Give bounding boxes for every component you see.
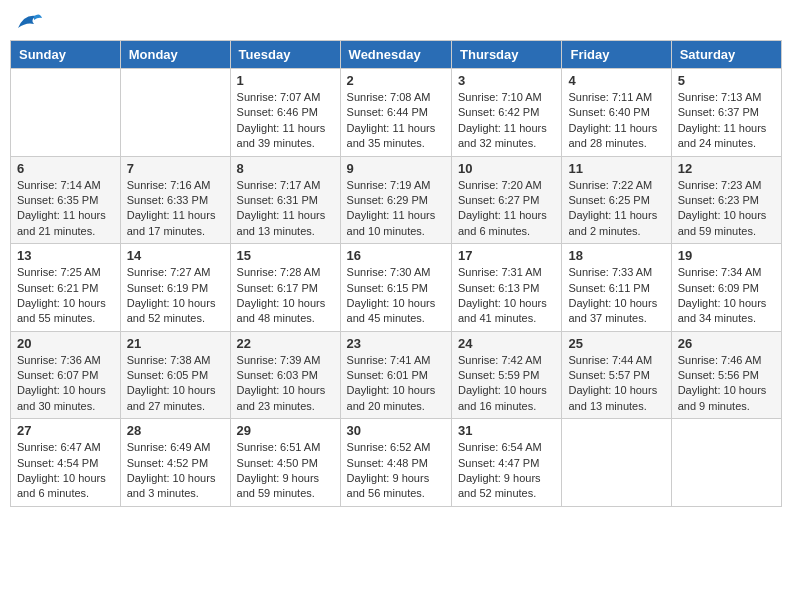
- cell-content: Sunrise: 6:51 AM Sunset: 4:50 PM Dayligh…: [237, 440, 334, 502]
- calendar-cell: 14Sunrise: 7:27 AM Sunset: 6:19 PM Dayli…: [120, 244, 230, 332]
- day-number: 9: [347, 161, 445, 176]
- calendar-cell: 17Sunrise: 7:31 AM Sunset: 6:13 PM Dayli…: [452, 244, 562, 332]
- calendar-cell: 23Sunrise: 7:41 AM Sunset: 6:01 PM Dayli…: [340, 331, 451, 419]
- day-number: 4: [568, 73, 664, 88]
- page-header: [10, 10, 782, 32]
- day-number: 6: [17, 161, 114, 176]
- cell-content: Sunrise: 7:07 AM Sunset: 6:46 PM Dayligh…: [237, 90, 334, 152]
- calendar-cell: 24Sunrise: 7:42 AM Sunset: 5:59 PM Dayli…: [452, 331, 562, 419]
- day-number: 3: [458, 73, 555, 88]
- cell-content: Sunrise: 7:25 AM Sunset: 6:21 PM Dayligh…: [17, 265, 114, 327]
- calendar-cell: 30Sunrise: 6:52 AM Sunset: 4:48 PM Dayli…: [340, 419, 451, 507]
- day-number: 10: [458, 161, 555, 176]
- cell-content: Sunrise: 7:34 AM Sunset: 6:09 PM Dayligh…: [678, 265, 775, 327]
- calendar-cell: 7Sunrise: 7:16 AM Sunset: 6:33 PM Daylig…: [120, 156, 230, 244]
- day-header-thursday: Thursday: [452, 41, 562, 69]
- calendar-cell: 26Sunrise: 7:46 AM Sunset: 5:56 PM Dayli…: [671, 331, 781, 419]
- calendar-cell: [120, 69, 230, 157]
- cell-content: Sunrise: 7:11 AM Sunset: 6:40 PM Dayligh…: [568, 90, 664, 152]
- day-number: 17: [458, 248, 555, 263]
- calendar-cell: 28Sunrise: 6:49 AM Sunset: 4:52 PM Dayli…: [120, 419, 230, 507]
- day-number: 14: [127, 248, 224, 263]
- day-number: 11: [568, 161, 664, 176]
- day-number: 23: [347, 336, 445, 351]
- day-number: 8: [237, 161, 334, 176]
- day-number: 27: [17, 423, 114, 438]
- calendar-cell: 15Sunrise: 7:28 AM Sunset: 6:17 PM Dayli…: [230, 244, 340, 332]
- calendar-cell: [562, 419, 671, 507]
- cell-content: Sunrise: 7:31 AM Sunset: 6:13 PM Dayligh…: [458, 265, 555, 327]
- cell-content: Sunrise: 7:36 AM Sunset: 6:07 PM Dayligh…: [17, 353, 114, 415]
- day-number: 1: [237, 73, 334, 88]
- cell-content: Sunrise: 7:23 AM Sunset: 6:23 PM Dayligh…: [678, 178, 775, 240]
- day-header-saturday: Saturday: [671, 41, 781, 69]
- cell-content: Sunrise: 7:41 AM Sunset: 6:01 PM Dayligh…: [347, 353, 445, 415]
- calendar-cell: 22Sunrise: 7:39 AM Sunset: 6:03 PM Dayli…: [230, 331, 340, 419]
- day-header-sunday: Sunday: [11, 41, 121, 69]
- day-header-tuesday: Tuesday: [230, 41, 340, 69]
- logo-bird-icon: [16, 10, 44, 32]
- day-number: 5: [678, 73, 775, 88]
- calendar-cell: [671, 419, 781, 507]
- day-header-wednesday: Wednesday: [340, 41, 451, 69]
- calendar-cell: 19Sunrise: 7:34 AM Sunset: 6:09 PM Dayli…: [671, 244, 781, 332]
- cell-content: Sunrise: 7:46 AM Sunset: 5:56 PM Dayligh…: [678, 353, 775, 415]
- day-number: 22: [237, 336, 334, 351]
- calendar-cell: 11Sunrise: 7:22 AM Sunset: 6:25 PM Dayli…: [562, 156, 671, 244]
- cell-content: Sunrise: 7:44 AM Sunset: 5:57 PM Dayligh…: [568, 353, 664, 415]
- calendar-cell: 16Sunrise: 7:30 AM Sunset: 6:15 PM Dayli…: [340, 244, 451, 332]
- day-number: 12: [678, 161, 775, 176]
- calendar-cell: 13Sunrise: 7:25 AM Sunset: 6:21 PM Dayli…: [11, 244, 121, 332]
- calendar-cell: 4Sunrise: 7:11 AM Sunset: 6:40 PM Daylig…: [562, 69, 671, 157]
- day-number: 30: [347, 423, 445, 438]
- cell-content: Sunrise: 7:10 AM Sunset: 6:42 PM Dayligh…: [458, 90, 555, 152]
- calendar-cell: 6Sunrise: 7:14 AM Sunset: 6:35 PM Daylig…: [11, 156, 121, 244]
- day-number: 20: [17, 336, 114, 351]
- day-number: 13: [17, 248, 114, 263]
- cell-content: Sunrise: 7:28 AM Sunset: 6:17 PM Dayligh…: [237, 265, 334, 327]
- calendar-cell: 29Sunrise: 6:51 AM Sunset: 4:50 PM Dayli…: [230, 419, 340, 507]
- calendar-cell: 5Sunrise: 7:13 AM Sunset: 6:37 PM Daylig…: [671, 69, 781, 157]
- day-header-friday: Friday: [562, 41, 671, 69]
- day-header-monday: Monday: [120, 41, 230, 69]
- cell-content: Sunrise: 7:33 AM Sunset: 6:11 PM Dayligh…: [568, 265, 664, 327]
- day-number: 29: [237, 423, 334, 438]
- calendar-week-row: 20Sunrise: 7:36 AM Sunset: 6:07 PM Dayli…: [11, 331, 782, 419]
- calendar-cell: 18Sunrise: 7:33 AM Sunset: 6:11 PM Dayli…: [562, 244, 671, 332]
- calendar-cell: 3Sunrise: 7:10 AM Sunset: 6:42 PM Daylig…: [452, 69, 562, 157]
- calendar-cell: 20Sunrise: 7:36 AM Sunset: 6:07 PM Dayli…: [11, 331, 121, 419]
- calendar-cell: 2Sunrise: 7:08 AM Sunset: 6:44 PM Daylig…: [340, 69, 451, 157]
- day-number: 26: [678, 336, 775, 351]
- cell-content: Sunrise: 6:47 AM Sunset: 4:54 PM Dayligh…: [17, 440, 114, 502]
- calendar-cell: 8Sunrise: 7:17 AM Sunset: 6:31 PM Daylig…: [230, 156, 340, 244]
- cell-content: Sunrise: 7:39 AM Sunset: 6:03 PM Dayligh…: [237, 353, 334, 415]
- cell-content: Sunrise: 7:27 AM Sunset: 6:19 PM Dayligh…: [127, 265, 224, 327]
- day-number: 31: [458, 423, 555, 438]
- cell-content: Sunrise: 6:54 AM Sunset: 4:47 PM Dayligh…: [458, 440, 555, 502]
- day-number: 21: [127, 336, 224, 351]
- calendar-cell: 31Sunrise: 6:54 AM Sunset: 4:47 PM Dayli…: [452, 419, 562, 507]
- calendar-cell: 21Sunrise: 7:38 AM Sunset: 6:05 PM Dayli…: [120, 331, 230, 419]
- cell-content: Sunrise: 7:22 AM Sunset: 6:25 PM Dayligh…: [568, 178, 664, 240]
- cell-content: Sunrise: 7:42 AM Sunset: 5:59 PM Dayligh…: [458, 353, 555, 415]
- calendar-cell: [11, 69, 121, 157]
- cell-content: Sunrise: 6:49 AM Sunset: 4:52 PM Dayligh…: [127, 440, 224, 502]
- cell-content: Sunrise: 7:38 AM Sunset: 6:05 PM Dayligh…: [127, 353, 224, 415]
- calendar-cell: 25Sunrise: 7:44 AM Sunset: 5:57 PM Dayli…: [562, 331, 671, 419]
- cell-content: Sunrise: 7:08 AM Sunset: 6:44 PM Dayligh…: [347, 90, 445, 152]
- calendar-header-row: SundayMondayTuesdayWednesdayThursdayFrid…: [11, 41, 782, 69]
- cell-content: Sunrise: 7:17 AM Sunset: 6:31 PM Dayligh…: [237, 178, 334, 240]
- calendar-table: SundayMondayTuesdayWednesdayThursdayFrid…: [10, 40, 782, 507]
- day-number: 2: [347, 73, 445, 88]
- logo: [14, 10, 44, 32]
- calendar-week-row: 1Sunrise: 7:07 AM Sunset: 6:46 PM Daylig…: [11, 69, 782, 157]
- day-number: 18: [568, 248, 664, 263]
- calendar-week-row: 27Sunrise: 6:47 AM Sunset: 4:54 PM Dayli…: [11, 419, 782, 507]
- day-number: 25: [568, 336, 664, 351]
- calendar-cell: 1Sunrise: 7:07 AM Sunset: 6:46 PM Daylig…: [230, 69, 340, 157]
- day-number: 16: [347, 248, 445, 263]
- day-number: 15: [237, 248, 334, 263]
- day-number: 28: [127, 423, 224, 438]
- day-number: 24: [458, 336, 555, 351]
- cell-content: Sunrise: 7:20 AM Sunset: 6:27 PM Dayligh…: [458, 178, 555, 240]
